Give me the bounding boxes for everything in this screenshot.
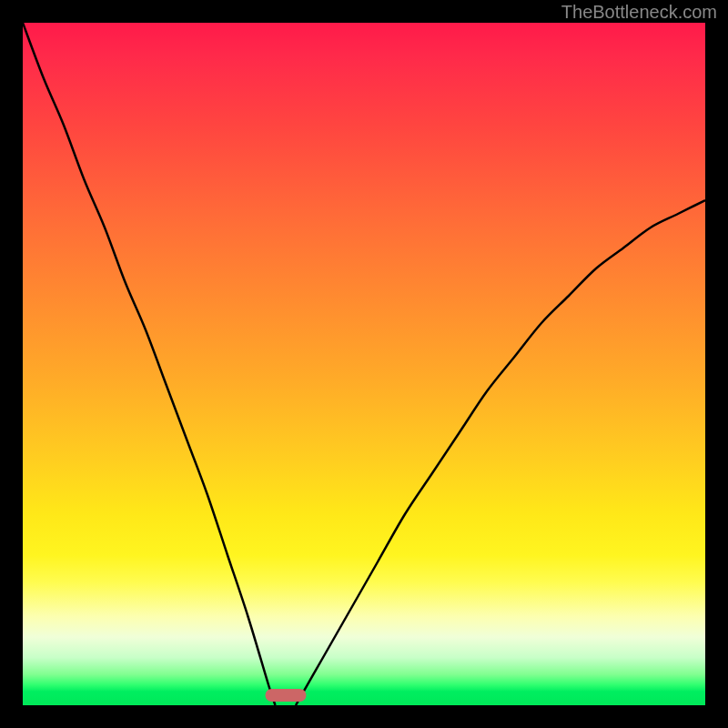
curve-left-curve [23,23,276,705]
curves-layer [23,23,705,705]
chart-plot-area [23,23,705,705]
watermark-text: TheBottleneck.com [561,2,717,23]
curve-right-curve [296,200,705,705]
bottleneck-marker [265,689,306,702]
chart-frame: TheBottleneck.com [0,0,728,728]
